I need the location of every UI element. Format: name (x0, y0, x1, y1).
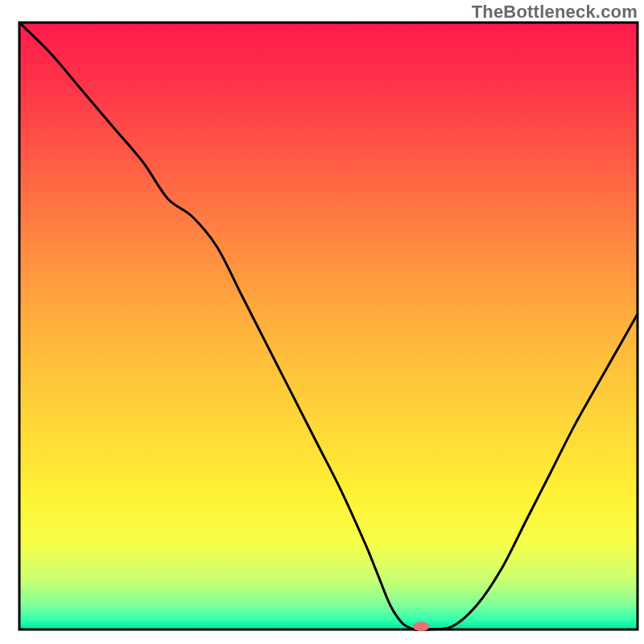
chart-svg (0, 0, 644, 644)
watermark-text: TheBottleneck.com (472, 2, 638, 23)
bottleneck-chart: TheBottleneck.com (0, 0, 644, 644)
plot-background (19, 23, 638, 630)
optimal-point-marker (413, 621, 429, 631)
